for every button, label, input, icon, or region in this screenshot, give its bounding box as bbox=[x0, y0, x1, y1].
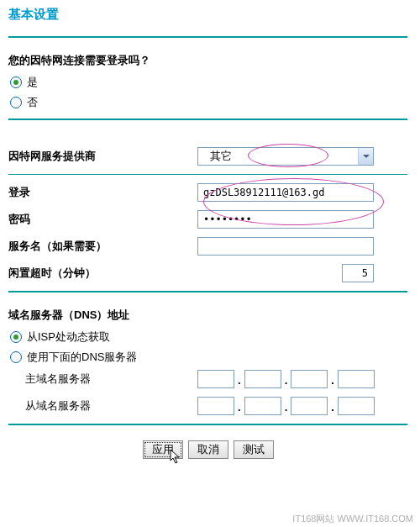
dot: . bbox=[238, 374, 241, 388]
dot: . bbox=[285, 374, 288, 388]
radio-icon bbox=[10, 97, 22, 108]
idle-label: 闲置超时（分钟） bbox=[8, 266, 197, 281]
dns-octet[interactable] bbox=[291, 370, 328, 388]
radio-icon bbox=[10, 351, 22, 363]
radio-icon bbox=[10, 76, 22, 88]
divider bbox=[8, 119, 407, 120]
divider bbox=[8, 291, 407, 292]
radio-label: 从ISP处动态获取 bbox=[27, 329, 110, 345]
idle-input[interactable] bbox=[342, 264, 374, 282]
service-label: 服务名（如果需要） bbox=[8, 239, 197, 254]
primary-dns-label: 主域名服务器 bbox=[8, 372, 197, 387]
password-input[interactable] bbox=[197, 210, 374, 229]
service-input[interactable] bbox=[197, 237, 374, 256]
dns-octet[interactable] bbox=[197, 397, 234, 415]
dot: . bbox=[285, 401, 288, 415]
divider bbox=[8, 36, 407, 38]
radio-label: 是 bbox=[27, 75, 38, 90]
apply-button[interactable]: 应用 bbox=[143, 440, 183, 459]
login-label: 登录 bbox=[8, 185, 197, 200]
login-question: 您的因特网连接需要登录吗？ bbox=[8, 53, 407, 68]
page-title: 基本设置 bbox=[8, 7, 407, 28]
dot: . bbox=[238, 401, 241, 415]
radio-login-no[interactable]: 否 bbox=[10, 95, 407, 110]
radio-dns-manual[interactable]: 使用下面的DNS服务器 bbox=[10, 350, 407, 365]
secondary-dns-input[interactable]: . . . bbox=[197, 397, 375, 415]
test-button[interactable]: 测试 bbox=[234, 440, 274, 459]
cancel-button[interactable]: 取消 bbox=[188, 440, 228, 459]
radio-label: 否 bbox=[27, 95, 38, 110]
divider bbox=[8, 174, 407, 175]
isp-select[interactable] bbox=[197, 147, 374, 166]
isp-label: 因特网服务提供商 bbox=[8, 149, 197, 164]
radio-icon bbox=[10, 331, 22, 343]
chevron-down-icon[interactable] bbox=[358, 148, 373, 165]
dns-header: 域名服务器（DNS）地址 bbox=[8, 308, 407, 323]
dns-octet[interactable] bbox=[244, 370, 281, 388]
primary-dns-input[interactable]: . . . bbox=[197, 370, 375, 388]
radio-login-yes[interactable]: 是 bbox=[10, 75, 407, 90]
dot: . bbox=[331, 401, 334, 415]
dns-octet[interactable] bbox=[338, 397, 375, 415]
radio-dns-auto[interactable]: 从ISP处动态获取 bbox=[10, 329, 407, 345]
dot: . bbox=[331, 374, 334, 388]
dns-octet[interactable] bbox=[197, 370, 234, 388]
divider bbox=[8, 424, 407, 425]
isp-value[interactable] bbox=[197, 147, 374, 166]
secondary-dns-label: 从域名服务器 bbox=[8, 398, 197, 414]
dns-octet[interactable] bbox=[338, 370, 375, 388]
password-label: 密码 bbox=[8, 212, 197, 227]
login-input[interactable] bbox=[197, 183, 374, 202]
dns-octet[interactable] bbox=[291, 397, 328, 415]
dns-octet[interactable] bbox=[244, 397, 281, 415]
radio-label: 使用下面的DNS服务器 bbox=[27, 350, 137, 365]
